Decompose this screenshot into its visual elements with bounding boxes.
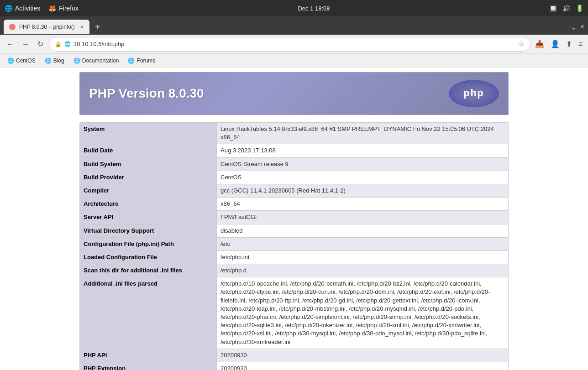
row-value: Linux RackTables 5.14.0-533.el9.x86_64 #…	[217, 123, 509, 144]
table-row: Build SystemCentOS Stream release 9	[80, 157, 509, 171]
bookmark-globe-icon-2: 🌐	[45, 57, 52, 64]
bookmark-globe-icon: 🌐	[7, 57, 14, 64]
row-key: Configuration File (php.ini) Path	[80, 237, 217, 250]
row-key: System	[80, 123, 217, 144]
activities-button[interactable]: 🌐 Activities	[5, 5, 40, 12]
table-row: Additional .ini files parsed/etc/php.d/1…	[80, 277, 509, 349]
tab-close-button[interactable]: ×	[80, 23, 84, 31]
row-key: Build Provider	[80, 171, 217, 184]
bookmarks-bar: 🌐 CentOS 🌐 Blog 🌐 Documentation 🌐 Forums	[0, 54, 588, 68]
row-value: Aug 3 2023 17:13:08	[217, 144, 509, 157]
row-key: PHP Extension	[80, 362, 217, 370]
table-row: Configuration File (php.ini) Path/etc	[80, 237, 509, 250]
nav-bar: ← → ↻ 🔒 🌐 ☆ 📥 👤 ⬆ ≡	[0, 35, 588, 54]
table-row: Build ProviderCentOS	[80, 171, 509, 184]
bookmark-centos[interactable]: 🌐 CentOS	[4, 57, 39, 65]
tab-label: PHP 8.0.30 – phpinfo()	[19, 24, 75, 30]
page-content: PHP Version 8.0.30 php SystemLinux RackT…	[0, 68, 588, 370]
row-key: PHP API	[80, 349, 217, 362]
forward-button[interactable]: →	[19, 38, 32, 50]
firefox-label: Firefox	[59, 5, 79, 12]
php-header: PHP Version 8.0.30 php	[79, 72, 509, 115]
bookmark-globe-icon-4: 🌐	[128, 57, 135, 64]
table-row: Build DateAug 3 2023 17:13:08	[80, 144, 509, 157]
firefox-icon: 🦊	[48, 5, 56, 12]
battery-icon[interactable]: 🔋	[576, 5, 583, 12]
row-value: disabled	[217, 224, 509, 237]
bookmark-documentation-label: Documentation	[82, 57, 119, 64]
bookmark-centos-label: CentOS	[16, 57, 36, 64]
close-window-button[interactable]: ×	[580, 23, 584, 31]
row-key: Server API	[80, 211, 217, 224]
activities-label: Activities	[15, 5, 40, 12]
table-row: Server APIFPM/FastCGI	[80, 211, 509, 224]
active-tab[interactable]: PHP 8.0.30 – phpinfo() ×	[4, 20, 89, 34]
row-value: 20200930	[217, 362, 509, 370]
address-icon-2: 🌐	[64, 41, 71, 47]
share-button[interactable]: ⬆	[564, 38, 574, 50]
bookmark-star-icon[interactable]: ☆	[518, 40, 525, 48]
row-key: Compiler	[80, 184, 217, 197]
tab-favicon	[9, 24, 16, 30]
row-key: Loaded Configuration File	[80, 250, 217, 264]
reload-button[interactable]: ↻	[35, 38, 46, 50]
bookmark-forums[interactable]: 🌐 Forums	[124, 57, 159, 65]
table-row: Loaded Configuration File/etc/php.ini	[80, 250, 509, 264]
bookmark-forums-label: Forums	[136, 57, 155, 64]
pocket-button[interactable]: 📥	[533, 38, 546, 50]
account-button[interactable]: 👤	[549, 38, 562, 50]
row-value: FPM/FastCGI	[217, 211, 509, 224]
row-value: CentOS Stream release 9	[217, 157, 509, 171]
bookmark-globe-icon-3: 🌐	[74, 57, 80, 64]
more-tabs-button[interactable]: ⌄	[571, 23, 577, 31]
tab-right-controls: ⌄ ×	[571, 23, 584, 31]
system-bar: 🌐 Activities 🦊 Firefox Dec 1 18:08 🔲 🔊 🔋	[0, 0, 588, 16]
menu-button[interactable]: ≡	[577, 38, 584, 50]
bookmark-blog[interactable]: 🌐 Blog	[41, 57, 68, 65]
php-version-title: PHP Version 8.0.30	[89, 86, 204, 101]
phpinfo-wrapper: PHP Version 8.0.30 php SystemLinux RackT…	[79, 72, 509, 370]
php-logo: php	[449, 80, 499, 107]
table-row: Architecturex86_64	[80, 198, 509, 211]
bookmark-blog-label: Blog	[53, 57, 64, 64]
row-value: 20200930	[217, 349, 509, 362]
security-icon: 🔒	[55, 41, 62, 47]
row-key: Virtual Directory Support	[80, 224, 217, 237]
row-value: /etc/php.d	[217, 264, 509, 277]
row-value: /etc	[217, 237, 509, 250]
row-value: CentOS	[217, 171, 509, 184]
row-value: /etc/php.d/10-opcache.ini, /etc/php.d/20…	[217, 277, 509, 349]
address-bar[interactable]: 🔒 🌐 ☆	[49, 37, 530, 52]
row-key: Architecture	[80, 198, 217, 211]
row-value: /etc/php.ini	[217, 250, 509, 264]
system-bar-left: 🌐 Activities 🦊 Firefox	[5, 5, 79, 12]
table-row: SystemLinux RackTables 5.14.0-533.el9.x8…	[80, 123, 509, 144]
table-row: Scan this dir for additional .ini files/…	[80, 264, 509, 277]
row-key: Build System	[80, 157, 217, 171]
table-row: Compilergcc (GCC) 11.4.1 20230605 (Red H…	[80, 184, 509, 197]
tab-bar: PHP 8.0.30 – phpinfo() × + ⌄ ×	[0, 16, 588, 35]
table-row: PHP Extension20200930	[80, 362, 509, 370]
address-input[interactable]	[74, 41, 515, 47]
row-key: Scan this dir for additional .ini files	[80, 264, 217, 277]
table-row: PHP API20200930	[80, 349, 509, 362]
system-tray: 🔲 🔊 🔋	[549, 5, 583, 12]
back-button[interactable]: ←	[4, 38, 16, 50]
browser-actions: 📥 👤 ⬆ ≡	[533, 38, 584, 50]
row-value: gcc (GCC) 11.4.1 20230605 (Red Hat 11.4.…	[217, 184, 509, 197]
network-icon[interactable]: 🔲	[549, 5, 557, 12]
row-key: Build Date	[80, 144, 217, 157]
system-datetime: Dec 1 18:08	[298, 5, 330, 12]
row-value: x86_64	[217, 198, 509, 211]
firefox-button[interactable]: 🦊 Firefox	[48, 5, 79, 12]
bookmark-documentation[interactable]: 🌐 Documentation	[70, 57, 123, 65]
activities-icon: 🌐	[5, 5, 12, 12]
table-row: Virtual Directory Supportdisabled	[80, 224, 509, 237]
row-key: Additional .ini files parsed	[80, 277, 217, 349]
new-tab-button[interactable]: +	[92, 22, 103, 32]
phpinfo-table: SystemLinux RackTables 5.14.0-533.el9.x8…	[79, 122, 509, 370]
volume-icon[interactable]: 🔊	[562, 5, 570, 12]
